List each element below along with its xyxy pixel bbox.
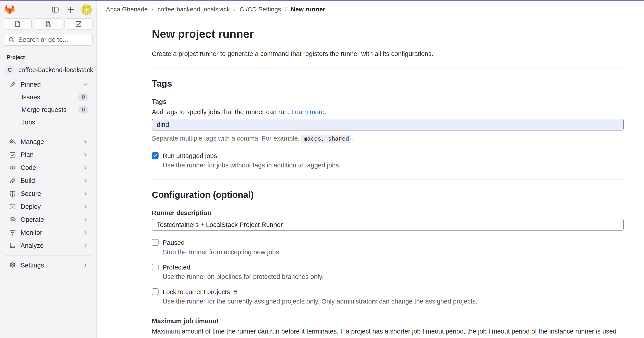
calendar-check-icon [9, 151, 16, 158]
sidebar-item-code[interactable]: Code [2, 161, 94, 174]
chart-icon [9, 242, 16, 249]
sidebar: Project C coffee-backend-localstack Pinn… [0, 1, 96, 338]
protected-row: Protected Use the runner on pipelines fo… [152, 263, 624, 281]
paused-checkbox[interactable] [152, 239, 158, 246]
sidebar-item-merge-requests[interactable]: Merge requests 0 [2, 103, 94, 116]
sidebar-divider [4, 255, 92, 256]
lock-projects-help: Use the runner for the currently assigne… [162, 297, 478, 306]
users-icon [9, 138, 16, 145]
breadcrumb-separator: / [152, 6, 154, 13]
sidebar-item-build[interactable]: Build [2, 174, 94, 187]
configuration-section-heading: Configuration (optional) [152, 189, 624, 200]
main-area: Anca Ghenade / coffee-backend-localstack… [96, 1, 644, 338]
page-title: New project runner [152, 27, 624, 41]
sidebar-item-monitor[interactable]: Monitor [2, 226, 94, 239]
sidebar-item-issues[interactable]: Issues 0 [2, 91, 94, 103]
chevron-right-icon [82, 203, 88, 210]
section-divider [152, 179, 624, 180]
sidebar-section-label: Project [0, 54, 96, 61]
lock-projects-row: Lock to current projects Use the runner … [152, 287, 624, 306]
tags-field-description: Add tags to specify jobs that the runner… [152, 107, 624, 117]
chevron-right-icon [82, 177, 88, 184]
breadcrumb-separator: / [285, 6, 287, 13]
sidebar-item-manage[interactable]: Manage [2, 135, 94, 148]
tags-example-code: macos, shared [302, 135, 351, 143]
chevron-right-icon [82, 152, 88, 158]
sidebar-toggle-button[interactable] [50, 5, 60, 14]
shortcut-merge-requests-button[interactable] [34, 18, 62, 30]
run-untagged-row: Run untagged jobs Use the runner for job… [152, 151, 624, 170]
lock-projects-checkbox[interactable] [152, 288, 158, 295]
runner-description-label: Runner description [152, 209, 624, 217]
sidebar-item-label: Pinned [20, 81, 82, 88]
chevron-right-icon [82, 190, 88, 197]
sidebar-item-analyze[interactable]: Analyze [2, 239, 94, 252]
search-input[interactable] [4, 34, 92, 46]
app-root: Project C coffee-backend-localstack Pinn… [0, 0, 644, 338]
paused-help: Stop the runner from accepting new jobs. [162, 248, 281, 256]
runner-description-input[interactable] [152, 219, 624, 231]
learn-more-link[interactable]: Learn more [291, 108, 324, 116]
chevron-right-icon [82, 216, 88, 223]
project-avatar: C [5, 65, 14, 74]
max-timeout-label: Maximum job timeout [152, 317, 624, 325]
breadcrumb-current: New runner [291, 6, 325, 13]
shield-icon [9, 190, 16, 197]
chevron-right-icon [82, 229, 88, 236]
breadcrumb-user[interactable]: Anca Ghenade [106, 6, 148, 13]
sidebar-item-pinned[interactable]: Pinned [2, 78, 94, 91]
project-name: coffee-backend-localstack [18, 66, 93, 74]
run-untagged-label[interactable]: Run untagged jobs [162, 151, 340, 160]
user-avatar[interactable] [82, 5, 92, 15]
shortcut-issues-button[interactable] [4, 18, 32, 30]
paused-row: Paused Stop the runner from accepting ne… [152, 238, 624, 256]
breadcrumb: Anca Ghenade / coffee-backend-localstack… [96, 1, 644, 18]
lock-projects-label[interactable]: Lock to current projects [162, 287, 230, 296]
shortcut-todos-button[interactable] [64, 18, 92, 30]
breadcrumb-cicd-settings[interactable]: CI/CD Settings [240, 6, 281, 13]
tags-field-hint: Separate multiple tags with a comma. For… [152, 134, 624, 144]
sidebar-item-secure[interactable]: Secure [2, 187, 94, 200]
cloud-pod-icon [9, 216, 16, 223]
code-icon [9, 164, 16, 171]
gitlab-logo[interactable] [4, 5, 15, 15]
run-untagged-checkbox[interactable] [152, 152, 158, 159]
tags-field-label: Tags [152, 98, 624, 105]
section-divider [152, 68, 624, 69]
paused-label[interactable]: Paused [162, 238, 281, 247]
issues-count-badge: 0 [78, 93, 88, 101]
search-icon [8, 36, 15, 43]
search-field[interactable] [18, 36, 88, 44]
max-timeout-description: Maximum amount of time the runner can ru… [152, 326, 624, 338]
gear-icon [9, 262, 16, 269]
merge-requests-count-badge: 0 [78, 106, 88, 114]
sidebar-item-operate[interactable]: Operate [2, 213, 94, 226]
pin-icon [9, 81, 16, 88]
sidebar-item-jobs[interactable]: Jobs [2, 116, 94, 129]
protected-checkbox[interactable] [152, 264, 158, 270]
chevron-right-icon [82, 242, 88, 249]
sidebar-divider [4, 132, 92, 132]
create-new-button[interactable] [66, 5, 76, 15]
protected-label[interactable]: Protected [162, 263, 324, 272]
chevron-right-icon [82, 139, 88, 145]
deploy-icon [9, 203, 16, 210]
monitor-icon [9, 229, 16, 236]
breadcrumb-project[interactable]: coffee-backend-localstack [158, 6, 230, 13]
tags-input[interactable] [152, 119, 624, 131]
sidebar-item-settings[interactable]: Settings [2, 259, 94, 272]
tags-section-heading: Tags [152, 78, 624, 89]
sidebar-project-item[interactable]: C coffee-backend-localstack [2, 64, 94, 76]
run-untagged-help: Use the runner for jobs without tags in … [162, 161, 340, 170]
lock-icon [232, 289, 238, 295]
chevron-right-icon [82, 262, 88, 268]
sidebar-item-deploy[interactable]: Deploy [2, 200, 94, 213]
sidebar-item-plan[interactable]: Plan [2, 148, 94, 161]
chevron-down-icon [82, 81, 88, 88]
breadcrumb-separator: / [234, 6, 236, 13]
rocket-icon [9, 177, 16, 184]
chevron-right-icon [82, 165, 88, 171]
protected-help: Use the runner on pipelines for protecte… [162, 272, 324, 281]
page-subtitle: Create a project runner to generate a co… [152, 49, 624, 59]
